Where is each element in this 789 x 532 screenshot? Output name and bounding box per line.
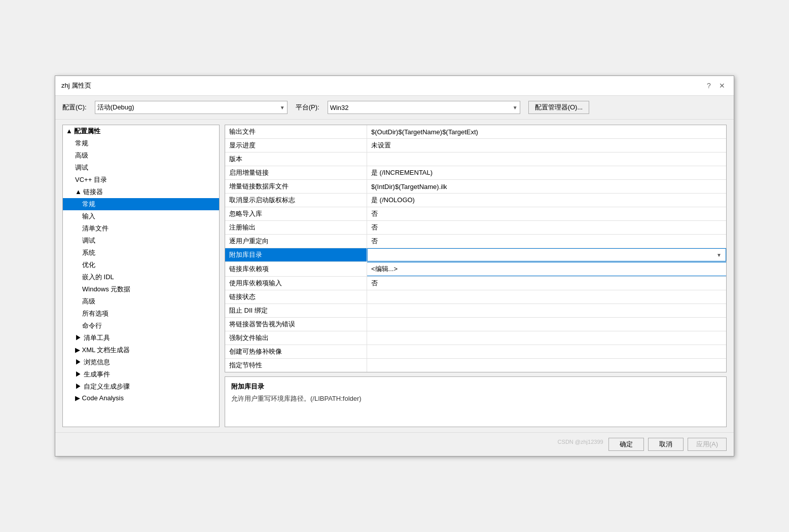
tree-item-general[interactable]: 常规 (63, 137, 219, 149)
prop-row-13[interactable]: 阻止 DII 绑定 (225, 304, 726, 318)
tree-item-debug[interactable]: 调试 (63, 162, 219, 174)
prop-row-3[interactable]: 启用增量链接是 (/INCREMENTAL) (225, 166, 726, 180)
tree-item-linker[interactable]: ▲ 链接器 (63, 186, 219, 198)
prop-name-10: 链接库依赖项 (225, 262, 367, 276)
tree-item-xml-gen[interactable]: ▶ XML 文档生成器 (63, 344, 219, 356)
footer: CSDN @zhj12399 确定 取消 应用(A) (55, 432, 734, 456)
prop-value-5: 是 (/NOLOGO) (367, 194, 726, 207)
prop-row-7[interactable]: 注册输出否 (225, 221, 726, 235)
tree-item-linker-general[interactable]: 常规 (63, 198, 219, 210)
prop-value-15 (367, 331, 726, 345)
config-row: 配置(C): 活动(Debug) ▼ 平台(P): Win32 ▼ 配置管理器(… (55, 96, 734, 120)
tree-item-linker-cmdline[interactable]: 命令行 (63, 320, 219, 332)
prop-row-6[interactable]: 忽略导入库否 (225, 207, 726, 221)
prop-value-16 (367, 345, 726, 358)
tree-item-browse-info[interactable]: ▶ 浏览信息 (63, 356, 219, 368)
right-section: 输出文件$(OutDir)$(TargetName)$(TargetExt)显示… (225, 125, 727, 427)
tree-item-build-events[interactable]: ▶ 生成事件 (63, 368, 219, 381)
close-button[interactable]: ✕ (716, 80, 728, 91)
config-manager-button[interactable]: 配置管理器(O)... (528, 101, 590, 114)
desc-title: 附加库目录 (231, 382, 720, 391)
prop-name-17: 指定节特性 (225, 359, 367, 372)
title-bar: zhj 属性页 ? ✕ (55, 76, 734, 96)
tree-item-linker-input[interactable]: 输入 (63, 210, 219, 222)
prop-row-9[interactable]: 附加库目录▼ (225, 248, 726, 262)
tree-panel: ▲ 配置属性常规高级调试VC++ 目录▲ 链接器常规输入清单文件调试系统优化嵌入… (62, 125, 220, 427)
prop-row-2[interactable]: 版本 (225, 153, 726, 166)
prop-row-4[interactable]: 增量链接数据库文件$(IntDir)$(TargetName).ilk (225, 180, 726, 194)
config-dropdown[interactable]: 活动(Debug) ▼ (95, 101, 288, 114)
prop-row-8[interactable]: 逐用户重定向否 (225, 235, 726, 248)
dialog: zhj 属性页 ? ✕ 配置(C): 活动(Debug) ▼ 平台(P): Wi… (55, 75, 734, 457)
prop-row-12[interactable]: 链接状态 (225, 290, 726, 304)
prop-value-14 (367, 318, 726, 331)
tree-item-manifest-tool[interactable]: ▶ 清单工具 (63, 332, 219, 344)
prop-value-2 (367, 153, 726, 166)
prop-name-8: 逐用户重定向 (225, 235, 367, 248)
tree-item-linker-debug[interactable]: 调试 (63, 235, 219, 247)
prop-name-6: 忽略导入库 (225, 207, 367, 220)
prop-row-15[interactable]: 强制文件输出 (225, 331, 726, 345)
prop-value-10[interactable]: <编辑...> (367, 262, 726, 276)
config-arrow-icon: ▼ (280, 105, 285, 110)
prop-name-15: 强制文件输出 (225, 331, 367, 345)
prop-row-11[interactable]: 使用库依赖项输入否 (225, 277, 726, 290)
prop-value-11: 否 (367, 277, 726, 290)
prop-name-3: 启用增量链接 (225, 166, 367, 179)
prop-name-0: 输出文件 (225, 125, 367, 138)
prop-row-17[interactable]: 指定节特性 (225, 359, 726, 372)
help-button[interactable]: ? (703, 80, 714, 91)
prop-value-1: 未设置 (367, 139, 726, 152)
tree-item-vc-dirs[interactable]: VC++ 目录 (63, 174, 219, 186)
tree-item-code-analysis[interactable]: ▶ Code Analysis (63, 393, 219, 403)
config-label: 配置(C): (62, 103, 87, 112)
tree-item-linker-system[interactable]: 系统 (63, 247, 219, 259)
tree-item-config-props[interactable]: ▲ 配置属性 (63, 125, 219, 137)
prop-value-17 (367, 359, 726, 372)
tree-item-linker-optimize[interactable]: 优化 (63, 259, 219, 271)
prop-value-3: 是 (/INCREMENTAL) (367, 166, 726, 179)
tree-item-linker-all[interactable]: 所有选项 (63, 308, 219, 320)
ok-button[interactable]: 确定 (608, 438, 644, 451)
tree-item-linker-manifest[interactable]: 清单文件 (63, 222, 219, 235)
apply-button[interactable]: 应用(A) (688, 438, 727, 451)
prop-value-6: 否 (367, 207, 726, 220)
prop-value-7: 否 (367, 221, 726, 234)
tree-item-linker-advanced[interactable]: 高级 (63, 295, 219, 308)
prop-row-16[interactable]: 创建可热修补映像 (225, 345, 726, 359)
prop-name-16: 创建可热修补映像 (225, 345, 367, 358)
prop-row-14[interactable]: 将链接器警告视为错误 (225, 318, 726, 331)
prop-name-9: 附加库目录 (225, 248, 367, 261)
prop-name-13: 阻止 DII 绑定 (225, 304, 367, 317)
platform-arrow-icon: ▼ (513, 105, 518, 110)
tree-item-linker-windows[interactable]: Windows 元数据 (63, 283, 219, 295)
prop-row-10[interactable]: 链接库依赖项<编辑...> (225, 262, 726, 277)
prop-value-12 (367, 290, 726, 303)
prop-name-12: 链接状态 (225, 290, 367, 303)
description-panel: 附加库目录 允许用户重写环境库路径。(/LIBPATH:folder) (225, 376, 727, 427)
platform-value: Win32 (330, 104, 349, 111)
properties-panel: 输出文件$(OutDir)$(TargetName)$(TargetExt)显示… (225, 125, 727, 372)
prop-row-0[interactable]: 输出文件$(OutDir)$(TargetName)$(TargetExt) (225, 125, 726, 139)
prop-name-11: 使用库依赖项输入 (225, 277, 367, 290)
tree-item-advanced[interactable]: 高级 (63, 149, 219, 162)
prop-name-2: 版本 (225, 153, 367, 166)
cancel-button[interactable]: 取消 (648, 438, 684, 451)
prop-value-9[interactable]: ▼ (367, 248, 726, 261)
main-content: ▲ 配置属性常规高级调试VC++ 目录▲ 链接器常规输入清单文件调试系统优化嵌入… (55, 120, 734, 432)
dialog-title: zhj 属性页 (61, 81, 91, 90)
prop-name-1: 显示进度 (225, 139, 367, 152)
prop-name-7: 注册输出 (225, 221, 367, 234)
watermark: CSDN @zhj12399 (557, 438, 604, 451)
tree-item-custom-build[interactable]: ▶ 自定义生成步骤 (63, 381, 219, 393)
platform-label: 平台(P): (296, 103, 319, 112)
title-bar-buttons: ? ✕ (703, 80, 728, 91)
prop-dropdown-arrow-9[interactable]: ▼ (716, 252, 722, 258)
tree-item-linker-idl[interactable]: 嵌入的 IDL (63, 271, 219, 283)
prop-row-1[interactable]: 显示进度未设置 (225, 139, 726, 153)
prop-name-14: 将链接器警告视为错误 (225, 318, 367, 331)
config-value: 活动(Debug) (97, 103, 134, 112)
prop-value-4: $(IntDir)$(TargetName).ilk (367, 180, 726, 193)
prop-row-5[interactable]: 取消显示启动版权标志是 (/NOLOGO) (225, 194, 726, 207)
platform-dropdown[interactable]: Win32 ▼ (328, 101, 520, 114)
